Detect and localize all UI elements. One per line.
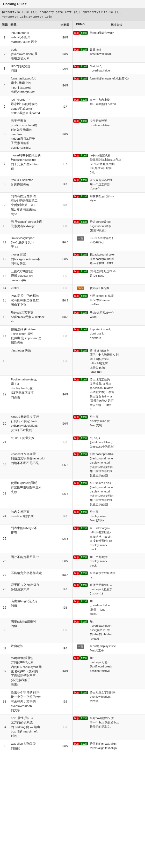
table-row: 18:first-letter 失效IE6bugfixed将 :first-le…: [0, 347, 145, 376]
row-browser: IE6: [57, 508, 73, 524]
row-browser: IE6: [57, 643, 73, 654]
bug-badge: bug: [73, 178, 80, 182]
row-demo: bugfixed: [73, 176, 88, 192]
row-method: 给out是display:inline float元素中: [88, 643, 145, 654]
row-issue: PNG图片中的色框如 没有图标的边缘色框, 图像不充列: [9, 292, 57, 309]
row-demo: bugfixed: [73, 326, 88, 347]
row-browser: IE6: [57, 434, 73, 451]
row-issue: <noscript />当期望 的值当文字关键javascript 的地不不断不…: [9, 451, 57, 479]
page-title: Hacking Rules:: [0, 0, 145, 8]
table-row: 13三图/*为3层的选 择器 selector {/*} selector{6}…: [0, 268, 145, 284]
row-demo: bugfixed: [73, 152, 88, 176]
row-browser: IE6: [57, 581, 73, 597]
fixed-badge: fixed: [80, 77, 88, 80]
row-browser: IE6/7: [57, 75, 73, 96]
row-demo: bugfixed: [73, 618, 88, 643]
row-number: 19: [0, 376, 9, 413]
row-method: 设置html {overflow:hidden;}: [88, 46, 145, 62]
row-issue: 使用IExplore的透明 背景图IE透明图中显示 失败: [9, 479, 57, 508]
table-row: 31双向动识IE6一覧给out是display:inline float元素中: [0, 643, 145, 654]
table-row: 1input[button ]| submit[]不配用 margin:0 au…: [0, 29, 145, 46]
row-number: 13: [0, 268, 9, 284]
row-browser: IE6/7: [57, 654, 73, 689]
property-header-text: property:all-ie {a}; property:gate-left …: [2, 10, 122, 18]
bug-badge: bug: [73, 620, 80, 623]
row-method: [如何选择] 此边BUG 是IE6-BUG: [88, 268, 145, 284]
fixed-badge: fixed: [80, 656, 88, 660]
row-number: 8: [0, 176, 9, 192]
fixed-badge: fixed: [80, 620, 88, 623]
table-row: 34box. 属性(的); 从 某方向的子系统 的 padding 向 — 给出…: [0, 714, 145, 740]
note-badge: 一覧: [77, 237, 84, 241]
note-badge: 一覧: [77, 645, 84, 649]
row-method: 给边border设text- align:inherit;继承 (推荐td设置!…: [88, 218, 145, 234]
row-browser: IE6-8: [57, 569, 73, 581]
row-method: 在一个方向上使 用不同类型的 dotted: [88, 96, 145, 117]
bug-badge: bug: [73, 77, 80, 80]
bug-badge: bug: [73, 119, 80, 123]
row-method: form div{*margin-left:0;推荐×2}: [88, 75, 145, 96]
row-method: 在失效选择器后面 加一个这选择器 :focus{}: [88, 176, 145, 192]
row-issue: 三图/*为3层的选 择器 selector {/*} selector{6}: [9, 268, 57, 284]
row-demo: bugfixed: [73, 413, 88, 434]
row-number: 18: [0, 347, 9, 376]
fixed-badge: fixed: [80, 48, 88, 51]
row-number: 5: [0, 96, 9, 117]
row-browser: IE6: [57, 618, 73, 643]
row-demo: bugfixed: [73, 376, 88, 413]
row-demo: bugfixed: [73, 309, 88, 326]
row-issue: 双向动识: [9, 643, 57, 654]
fixed-badge: fixed: [80, 270, 88, 273]
bug-badge: bug: [73, 599, 80, 603]
bug-badge: bug: [73, 555, 80, 559]
row-number: 1: [0, 29, 9, 46]
table-body: 1input[button ]| submit[]不配用 margin:0 au…: [0, 29, 145, 752]
row-method: Important is evil, don't use it anymore: [88, 326, 145, 347]
bug-badge: bug: [73, 220, 80, 223]
table-row: 10当 千table的border上面 元素更有text-alignIE8bug…: [0, 218, 145, 235]
row-demo: hack: [73, 284, 88, 292]
row-demo: 一覧: [73, 235, 88, 251]
row-browser: IE6-8: [57, 309, 73, 326]
row-issue: < html: [9, 284, 57, 292]
bug-badge: bug: [73, 571, 80, 575]
row-browser: IE6: [57, 268, 73, 284]
row-demo: bugfixed: [73, 268, 88, 284]
fixed-badge: fixed: [80, 691, 88, 694]
fixed-badge: fixed: [80, 31, 88, 35]
row-method: 给值有的的 text-align 的text-align:text-align: [88, 740, 145, 752]
row-method: 给出是 display:inline float:{方向}: [88, 508, 145, 524]
table-row: 25列表中的list-style不 排布IE6-8bugfixed给出list:…: [0, 524, 145, 553]
row-demo: bugfixed: [73, 689, 88, 714]
table-row: 5ie6中border中 最小以1px的时候把 dotted变成1px的 dot…: [0, 96, 145, 117]
row-issue: body {overflow:hidden;}显 着在滚动元素: [9, 46, 57, 62]
fixed-badge: fixed: [80, 195, 88, 198]
bug-badge: bug: [73, 328, 80, 331]
row-method: dt, dd, li {position:relative;} (base:cs…: [88, 434, 145, 451]
row-issue: box. 属性(的); 从 某方向的子系统 的 padding 向 — 给出 b…: [9, 714, 57, 740]
bug-badge: bug: [73, 716, 80, 720]
row-browser: IE6: [57, 714, 73, 740]
fixed-badge: fixed: [80, 349, 88, 352]
row-issue: ie6中border中 最小以1px的时候把 dotted变成1px的 dott…: [9, 96, 57, 117]
row-demo: 一覧: [73, 643, 88, 654]
row-number: 24: [0, 508, 9, 524]
bug-badge: bug: [73, 482, 80, 485]
row-browser: IE8: [57, 192, 73, 218]
row-browser: IE6/7: [57, 376, 73, 413]
row-issue: 与内文差距离 baseline 居的1乘: [9, 508, 57, 524]
bug-badge: bug: [73, 270, 80, 273]
row-method: 给出是 display:inline 就 float 实现: [88, 413, 145, 434]
row-number: 32: [0, 654, 9, 689]
row-browser: IE6-8: [57, 451, 73, 479]
row-number: 7: [0, 152, 9, 176]
fixed-badge: fixed: [80, 599, 88, 603]
fixed-badge: fixed: [80, 328, 88, 331]
row-browser: IE8: [57, 218, 73, 234]
fixed-badge: fixed: [80, 453, 88, 456]
row-number: 35: [0, 740, 9, 752]
table-row: 26图片不能拖着图里中IE6/7bugfixed加一个宽度;并 display:…: [0, 553, 145, 570]
row-browser: IE6/7: [57, 251, 73, 268]
row-browser: IE6: [57, 284, 73, 292]
row-issue: :hover 背景 的background-color不 同/#ff, 失效: [9, 251, 57, 268]
